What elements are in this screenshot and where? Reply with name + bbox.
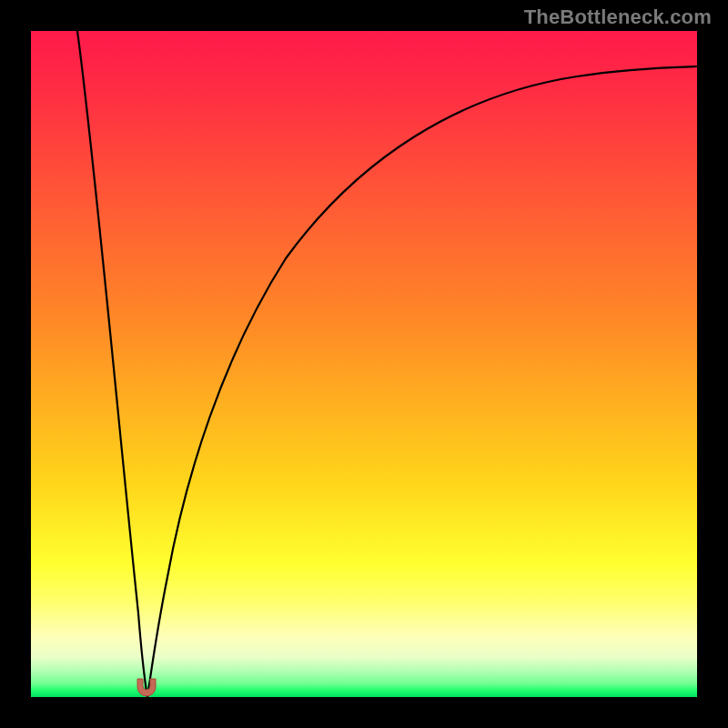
plot-area [31,31,697,697]
chart-frame: TheBottleneck.com [0,0,728,728]
attribution-text: TheBottleneck.com [524,5,712,29]
curve-right-branch [147,66,697,697]
minimum-marker [135,677,158,697]
curve-left-branch [77,31,147,697]
bottleneck-curves [31,31,697,697]
